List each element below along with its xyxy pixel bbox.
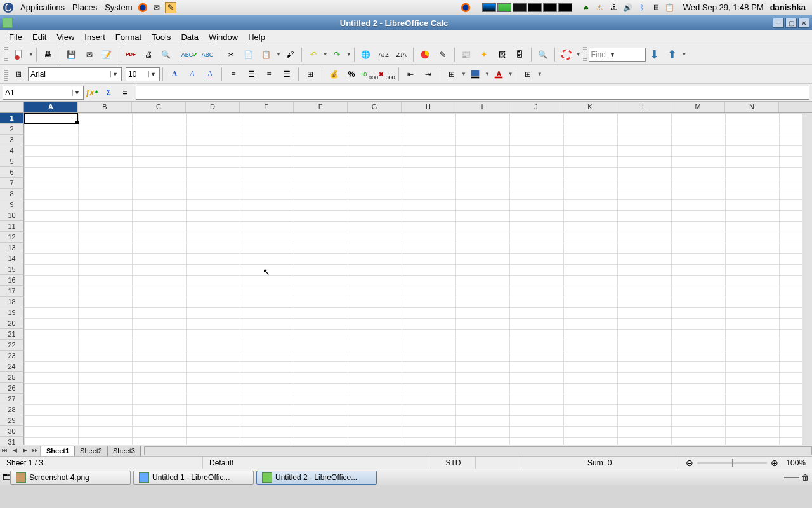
fedora-logo-icon[interactable] xyxy=(3,2,14,13)
borders-button[interactable]: ⊞ xyxy=(443,66,460,83)
redo-button[interactable]: ↷ xyxy=(329,46,345,63)
col-header-B[interactable]: B xyxy=(78,102,132,112)
zoom-button[interactable]: 🔍 xyxy=(535,46,551,63)
cell-grid[interactable] xyxy=(24,113,802,444)
gallery-button[interactable]: 🖼 xyxy=(494,46,510,63)
row-header[interactable]: 16 xyxy=(0,275,24,286)
chart-button[interactable] xyxy=(417,46,433,63)
user-menu[interactable]: danishka xyxy=(770,3,809,12)
row-header[interactable]: 11 xyxy=(0,221,24,232)
select-all-corner[interactable] xyxy=(0,102,24,112)
align-right-button[interactable]: ≡ xyxy=(261,66,277,83)
row-header[interactable]: 30 xyxy=(0,426,24,437)
row-header[interactable]: 12 xyxy=(0,232,24,243)
col-header-K[interactable]: K xyxy=(563,102,617,112)
toolbar-grip-3[interactable] xyxy=(4,67,8,82)
row-header[interactable]: 26 xyxy=(0,383,24,394)
taskbar-item-calc[interactable]: Untitled 2 - LibreOffice... xyxy=(256,471,377,485)
menu-window[interactable]: Window xyxy=(204,31,243,43)
align-left-button[interactable]: ≡ xyxy=(225,66,242,83)
trash-icon[interactable]: 🗑 xyxy=(802,473,809,482)
zoom-in-button[interactable]: ⊕ xyxy=(771,458,778,468)
system-monitor-swap-icon[interactable] xyxy=(528,3,542,12)
row-header[interactable]: 23 xyxy=(0,351,24,361)
bluetooth-icon[interactable]: ᛒ xyxy=(636,2,648,13)
sheet-tab-3[interactable]: Sheet3 xyxy=(107,446,141,456)
warning-icon[interactable]: ⚠ xyxy=(594,2,606,13)
network-icon[interactable]: 🖧 xyxy=(608,2,620,13)
italic-button[interactable]: A xyxy=(184,66,200,83)
row-header[interactable]: 24 xyxy=(0,361,24,372)
datasources-button[interactable]: 🗄 xyxy=(511,46,528,63)
find-next-button[interactable]: ⬇ xyxy=(646,46,663,63)
remove-decimal-button[interactable]: ✖.000 xyxy=(379,66,395,83)
col-header-D[interactable]: D xyxy=(186,102,240,112)
network-status-icon[interactable]: 🖥 xyxy=(650,2,662,13)
clipboard-icon[interactable]: 📋 xyxy=(664,2,676,13)
menu-tools[interactable]: Tools xyxy=(147,31,176,43)
row-header[interactable]: 2 xyxy=(0,124,24,135)
col-header-C[interactable]: C xyxy=(132,102,186,112)
sheet-tab-2[interactable]: Sheet2 xyxy=(74,446,108,456)
align-justify-button[interactable]: ☰ xyxy=(278,66,295,83)
system-monitor-disk-icon[interactable] xyxy=(543,3,557,12)
row-header[interactable]: 4 xyxy=(0,145,24,156)
currency-button[interactable]: 💰 xyxy=(325,66,342,83)
volume-icon[interactable]: 🔊 xyxy=(622,2,634,13)
undo-button[interactable]: ↶ xyxy=(305,46,322,63)
status-sum[interactable]: Sum=0 xyxy=(520,457,679,469)
sheet-tab-1[interactable]: Sheet1 xyxy=(41,446,75,456)
system-monitor-net-icon[interactable] xyxy=(513,3,527,12)
insert-header-button[interactable]: 📰 xyxy=(458,46,475,63)
auto-spellcheck-button[interactable]: ABC xyxy=(199,46,216,63)
align-center-button[interactable]: ☰ xyxy=(243,66,259,83)
print-button[interactable]: 🖶 xyxy=(40,46,56,63)
bg-color-button[interactable] xyxy=(467,66,483,83)
row-header[interactable]: 19 xyxy=(0,307,24,318)
tree-indicator-icon[interactable]: ♣ xyxy=(580,2,592,13)
print-preview-button[interactable]: 🔍 xyxy=(158,46,174,63)
decrease-indent-button[interactable]: ⇤ xyxy=(402,66,419,83)
row-header[interactable]: 9 xyxy=(0,199,24,210)
menu-edit[interactable]: Edit xyxy=(27,31,51,43)
tab-nav-prev[interactable]: ◀ xyxy=(10,446,20,456)
print-direct-button[interactable]: 🖨 xyxy=(140,46,157,63)
show-draw-button[interactable]: ✎ xyxy=(435,46,451,63)
window-titlebar[interactable]: Untitled 2 - LibreOffice Calc ─ ▢ ✕ xyxy=(0,15,812,30)
row-header-1[interactable]: 1 xyxy=(0,113,24,124)
navigator-button[interactable]: ✦ xyxy=(476,46,492,63)
toolbar-grip-2[interactable] xyxy=(583,47,587,62)
show-desktop-icon[interactable]: 🗔 xyxy=(3,473,10,482)
row-header[interactable]: 13 xyxy=(0,243,24,253)
workspace-switcher-icon[interactable] xyxy=(784,477,799,478)
toolbar-grip[interactable] xyxy=(4,47,8,62)
system-monitor-mem-icon[interactable] xyxy=(497,3,511,12)
col-header-N[interactable]: N xyxy=(725,102,779,112)
row-header[interactable]: 7 xyxy=(0,178,24,189)
col-header-J[interactable]: J xyxy=(509,102,563,112)
font-name-combo[interactable]: Arial▼ xyxy=(28,67,122,81)
menu-help[interactable]: Help xyxy=(243,31,270,43)
add-decimal-button[interactable]: +0.000 xyxy=(361,66,377,83)
copy-button[interactable]: 📄 xyxy=(240,46,257,63)
row-header[interactable]: 18 xyxy=(0,297,24,307)
underline-button[interactable]: A xyxy=(202,66,218,83)
font-color-button[interactable]: A xyxy=(490,66,507,83)
function-button[interactable]: = xyxy=(118,86,132,100)
merge-cells-button[interactable]: ⊞ xyxy=(302,66,318,83)
row-header[interactable]: 20 xyxy=(0,318,24,329)
row-header[interactable]: 22 xyxy=(0,340,24,351)
maximize-button[interactable]: ▢ xyxy=(785,18,797,28)
paste-button[interactable]: 📋 xyxy=(258,46,275,63)
zoom-out-button[interactable]: ⊖ xyxy=(686,458,693,468)
tab-nav-next[interactable]: ▶ xyxy=(20,446,30,456)
col-header-G[interactable]: G xyxy=(348,102,402,112)
col-header-A[interactable]: A xyxy=(24,102,78,112)
sort-asc-button[interactable]: A↓Z xyxy=(376,46,392,63)
find-box[interactable]: Find▼ xyxy=(589,48,646,62)
gridlines-button[interactable]: ⊞ xyxy=(520,66,536,83)
edit-doc-button[interactable]: 📝 xyxy=(99,46,115,63)
styles-button[interactable]: 🗏 xyxy=(11,66,27,83)
menu-file[interactable]: File xyxy=(4,31,27,43)
taskbar-item-screenshot[interactable]: Screenshot-4.png xyxy=(10,471,131,485)
